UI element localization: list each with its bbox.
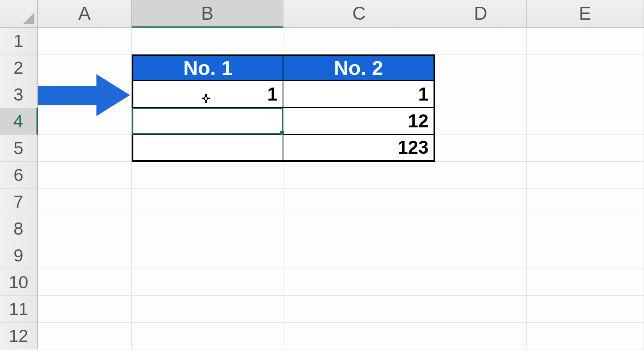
cell-A5[interactable] xyxy=(38,135,132,162)
cell-D12[interactable] xyxy=(435,323,527,349)
cell-D6[interactable] xyxy=(435,162,527,189)
cell-C10[interactable] xyxy=(283,269,435,296)
spreadsheet-grid: A B C D E 1 2 3 4 5 6 7 8 9 10 11 12 No.… xyxy=(0,0,644,362)
row-header-4[interactable]: 4 xyxy=(0,108,38,135)
cell-E3[interactable] xyxy=(527,81,644,108)
cell-D11[interactable] xyxy=(435,296,527,323)
cell-E8[interactable] xyxy=(527,215,644,242)
cell-E12[interactable] xyxy=(527,323,644,349)
cell-E10[interactable] xyxy=(527,269,644,296)
row-header-5[interactable]: 5 xyxy=(0,135,38,162)
cell-A6[interactable] xyxy=(38,162,132,189)
row-header-10[interactable]: 10 xyxy=(0,269,38,296)
cell-E5[interactable] xyxy=(527,135,644,162)
cell-B1[interactable] xyxy=(132,28,283,54)
cell-E1[interactable] xyxy=(527,28,644,54)
cell-B4[interactable] xyxy=(132,108,283,135)
cell-A7[interactable] xyxy=(38,189,132,215)
cell-E9[interactable] xyxy=(527,242,644,269)
row-header-8[interactable]: 8 xyxy=(0,215,38,242)
cell-C2[interactable]: No. 2 xyxy=(283,54,435,81)
cell-C3[interactable]: 1 xyxy=(283,81,435,108)
row-header-2[interactable]: 2 xyxy=(0,54,38,81)
cell-C4[interactable]: 12 xyxy=(283,108,435,135)
cell-D5[interactable] xyxy=(435,135,527,162)
cell-A11[interactable] xyxy=(38,296,132,323)
cell-B9[interactable] xyxy=(132,242,283,269)
row-header-3[interactable]: 3 xyxy=(0,81,38,108)
cell-E4[interactable] xyxy=(527,108,644,135)
cell-C11[interactable] xyxy=(283,296,435,323)
cell-D1[interactable] xyxy=(435,28,527,54)
cell-E11[interactable] xyxy=(527,296,644,323)
arrow-annotation xyxy=(38,74,130,116)
row-header-7[interactable]: 7 xyxy=(0,189,38,215)
cell-C8[interactable] xyxy=(283,215,435,242)
col-header-A[interactable]: A xyxy=(38,0,132,28)
cell-B8[interactable] xyxy=(132,215,283,242)
cell-E7[interactable] xyxy=(527,189,644,215)
cell-C1[interactable] xyxy=(283,28,435,54)
cell-D10[interactable] xyxy=(435,269,527,296)
row-header-6[interactable]: 6 xyxy=(0,162,38,189)
col-header-C[interactable]: C xyxy=(283,0,435,28)
cell-E6[interactable] xyxy=(527,162,644,189)
cell-C9[interactable] xyxy=(283,242,435,269)
col-header-E[interactable]: E xyxy=(527,0,644,28)
cell-B3[interactable]: 1 xyxy=(132,81,283,108)
col-header-B[interactable]: B xyxy=(132,0,283,28)
cell-D9[interactable] xyxy=(435,242,527,269)
row-header-1[interactable]: 1 xyxy=(0,28,38,54)
cell-D2[interactable] xyxy=(435,54,527,81)
cell-C12[interactable] xyxy=(283,323,435,349)
cell-C6[interactable] xyxy=(283,162,435,189)
cell-B12[interactable] xyxy=(132,323,283,349)
select-all-corner[interactable] xyxy=(0,0,38,28)
col-header-D[interactable]: D xyxy=(435,0,527,28)
arrow-head-icon xyxy=(96,74,130,116)
cell-B6[interactable] xyxy=(132,162,283,189)
cell-D8[interactable] xyxy=(435,215,527,242)
cell-E2[interactable] xyxy=(527,54,644,81)
cell-B10[interactable] xyxy=(132,269,283,296)
cell-B7[interactable] xyxy=(132,189,283,215)
cell-D4[interactable] xyxy=(435,108,527,135)
cell-A12[interactable] xyxy=(38,323,132,349)
column-headers: A B C D E xyxy=(38,0,644,28)
cell-C7[interactable] xyxy=(283,189,435,215)
row-headers: 1 2 3 4 5 6 7 8 9 10 11 12 xyxy=(0,28,38,349)
cell-A9[interactable] xyxy=(38,242,132,269)
cell-B5[interactable] xyxy=(132,135,283,162)
row-header-12[interactable]: 12 xyxy=(0,323,38,349)
cell-A10[interactable] xyxy=(38,269,132,296)
cell-D7[interactable] xyxy=(435,189,527,215)
cell-A1[interactable] xyxy=(38,28,132,54)
cell-D3[interactable] xyxy=(435,81,527,108)
cell-B2[interactable]: No. 1 xyxy=(132,54,283,81)
cell-C5[interactable]: 123 xyxy=(283,135,435,162)
arrow-body xyxy=(38,86,96,105)
row-header-11[interactable]: 11 xyxy=(0,296,38,323)
cell-A8[interactable] xyxy=(38,215,132,242)
row-header-9[interactable]: 9 xyxy=(0,242,38,269)
cell-B11[interactable] xyxy=(132,296,283,323)
